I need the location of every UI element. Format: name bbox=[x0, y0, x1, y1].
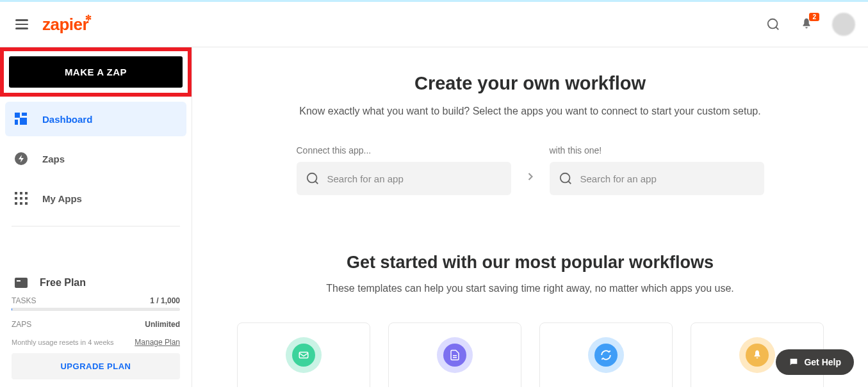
zaps-label: ZAPS bbox=[12, 320, 31, 329]
connect-from-col: Connect this app... bbox=[297, 145, 511, 195]
svg-rect-14 bbox=[20, 202, 22, 205]
popular-title: Get started with our most popular workfl… bbox=[218, 253, 842, 273]
document-icon bbox=[437, 337, 473, 373]
help-label: Get Help bbox=[804, 357, 841, 367]
page-title: Create your own workflow bbox=[218, 73, 842, 94]
main-content: Create your own workflow Know exactly wh… bbox=[192, 47, 868, 387]
zaps-row: ZAPS Unlimited bbox=[12, 320, 180, 329]
connect-to-label: with this one! bbox=[550, 145, 764, 155]
chat-icon bbox=[789, 357, 799, 367]
svg-rect-12 bbox=[25, 197, 28, 200]
reset-row: Monthly usage resets in 4 weeks Manage P… bbox=[12, 338, 180, 347]
template-card[interactable] bbox=[237, 322, 370, 387]
svg-rect-5 bbox=[20, 118, 27, 125]
sidebar-item-dashboard[interactable]: Dashboard bbox=[5, 102, 186, 136]
divider bbox=[12, 226, 180, 226]
reset-text: Monthly usage resets in 4 weeks bbox=[12, 338, 114, 346]
notification-badge: 2 bbox=[809, 13, 819, 21]
layout: MAKE A ZAP Dashboard Zaps My Apps bbox=[0, 47, 868, 387]
zap-icon bbox=[14, 152, 28, 166]
svg-rect-22 bbox=[299, 353, 308, 358]
plan-section: Free Plan TASKS 1 / 1,000 ZAPS Unlimited… bbox=[0, 268, 192, 387]
nav: Dashboard Zaps My Apps bbox=[0, 102, 192, 221]
make-zap-button[interactable]: MAKE A ZAP bbox=[9, 56, 183, 88]
svg-rect-15 bbox=[25, 202, 28, 205]
template-card[interactable] bbox=[388, 322, 521, 387]
chevron-right-icon bbox=[524, 155, 537, 186]
svg-rect-4 bbox=[15, 120, 18, 125]
svg-rect-11 bbox=[20, 197, 22, 200]
svg-line-1 bbox=[776, 28, 779, 30]
mail-icon bbox=[286, 337, 322, 373]
header-left: zapier✻ bbox=[13, 15, 88, 35]
svg-rect-9 bbox=[25, 192, 28, 194]
make-zap-highlight: MAKE A ZAP bbox=[0, 47, 192, 97]
search-to-wrap[interactable] bbox=[550, 162, 764, 195]
header-right: 2 bbox=[766, 13, 855, 36]
svg-point-20 bbox=[560, 173, 569, 183]
sidebar-item-label: My Apps bbox=[42, 193, 82, 204]
sidebar-item-label: Dashboard bbox=[42, 114, 92, 125]
logo[interactable]: zapier✻ bbox=[42, 15, 88, 35]
sidebar-item-zaps[interactable]: Zaps bbox=[5, 141, 186, 176]
tasks-row: TASKS 1 / 1,000 bbox=[12, 296, 180, 305]
search-icon[interactable] bbox=[766, 17, 781, 32]
sidebar-item-label: Zaps bbox=[42, 154, 65, 164]
svg-rect-13 bbox=[15, 202, 17, 205]
connect-from-label: Connect this app... bbox=[297, 145, 511, 155]
plan-name: Free Plan bbox=[40, 277, 86, 289]
svg-rect-3 bbox=[22, 113, 27, 116]
popular-subtitle: These templates can help you start savin… bbox=[218, 283, 842, 294]
manage-plan-link[interactable]: Manage Plan bbox=[135, 338, 180, 347]
sidebar: MAKE A ZAP Dashboard Zaps My Apps bbox=[0, 47, 192, 387]
svg-rect-17 bbox=[17, 280, 20, 282]
page-subtitle: Know exactly what you want to build? Sel… bbox=[218, 106, 842, 117]
header: zapier✻ 2 bbox=[0, 2, 868, 47]
zaps-value: Unlimited bbox=[145, 320, 180, 329]
connect-row: Connect this app... with this one! bbox=[218, 145, 842, 195]
search-icon bbox=[306, 171, 320, 186]
sidebar-item-my-apps[interactable]: My Apps bbox=[5, 181, 186, 216]
apps-grid-icon bbox=[14, 191, 28, 205]
svg-rect-16 bbox=[15, 278, 28, 288]
dashboard-icon bbox=[14, 112, 28, 126]
svg-point-0 bbox=[768, 19, 778, 29]
template-cards bbox=[218, 322, 842, 387]
svg-point-18 bbox=[307, 173, 316, 183]
search-from-input[interactable] bbox=[327, 173, 502, 184]
svg-rect-7 bbox=[15, 192, 17, 194]
search-from-wrap[interactable] bbox=[297, 162, 511, 195]
template-card[interactable] bbox=[539, 322, 673, 387]
svg-line-21 bbox=[568, 182, 571, 184]
logo-text: zapier bbox=[42, 15, 88, 34]
svg-rect-2 bbox=[15, 113, 20, 118]
search-icon bbox=[559, 171, 573, 186]
plan-title-row: Free Plan bbox=[12, 268, 180, 296]
menu-icon[interactable] bbox=[13, 17, 31, 32]
svg-rect-10 bbox=[15, 197, 17, 200]
tasks-progress-bar bbox=[12, 308, 180, 311]
search-to-input[interactable] bbox=[580, 173, 755, 184]
bell-icon bbox=[739, 337, 775, 373]
avatar[interactable] bbox=[832, 13, 855, 36]
svg-line-19 bbox=[315, 182, 318, 184]
sync-icon bbox=[588, 337, 624, 373]
get-help-button[interactable]: Get Help bbox=[776, 349, 854, 375]
notification-icon[interactable]: 2 bbox=[799, 17, 814, 32]
upgrade-plan-button[interactable]: UPGRADE PLAN bbox=[12, 353, 180, 379]
tasks-value: 1 / 1,000 bbox=[150, 296, 180, 305]
tasks-label: TASKS bbox=[12, 296, 36, 305]
plan-icon bbox=[14, 276, 28, 290]
svg-rect-8 bbox=[20, 192, 22, 194]
connect-to-col: with this one! bbox=[550, 145, 764, 195]
